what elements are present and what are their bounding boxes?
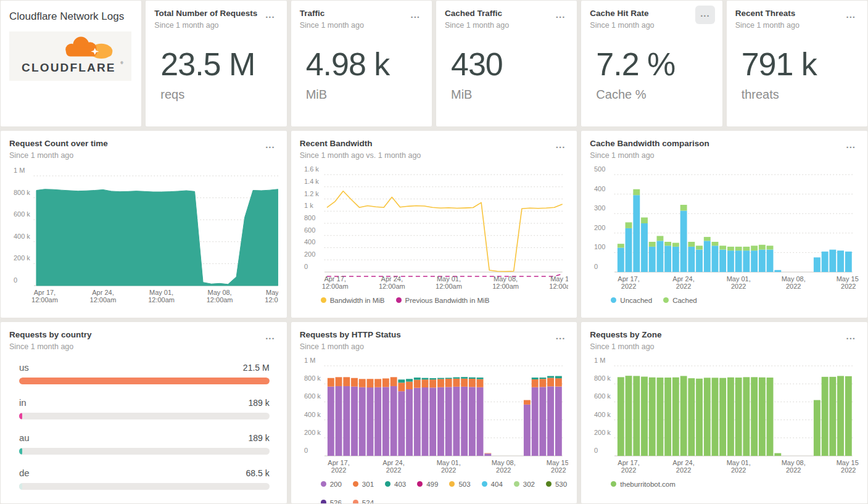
legend-label: Uncached	[620, 297, 652, 304]
stat-subtitle: Since 1 month ago	[735, 21, 800, 30]
legend-label: Previous Bandwidth in MiB	[405, 297, 490, 304]
svg-text:2022: 2022	[496, 466, 511, 473]
svg-text:Apr 17,: Apr 17,	[324, 275, 345, 282]
svg-text:May 15,: May 15,	[546, 458, 568, 466]
svg-text:12:00am: 12:00am	[31, 295, 58, 303]
cloudflare-logo-image: CLOUDFLARE ®	[14, 35, 126, 75]
svg-text:800: 800	[304, 214, 315, 221]
svg-text:May 15,: May 15,	[550, 275, 569, 282]
stat-unit: MiB	[306, 88, 423, 102]
legend-item[interactable]: 301	[353, 481, 374, 488]
legend-item[interactable]: Uncached	[611, 297, 652, 304]
legend-item[interactable]: 499	[417, 481, 438, 488]
chart-card-http-status: Requests by HTTP Status Since 1 month ag…	[291, 321, 578, 504]
legend-item[interactable]: Bandwidth in MiB	[321, 297, 385, 304]
stat-unit: Cache %	[596, 88, 713, 102]
svg-text:Apr 24,: Apr 24,	[673, 275, 695, 282]
svg-text:200 k: 200 k	[14, 254, 30, 262]
svg-text:500: 500	[594, 165, 605, 173]
legend-item[interactable]: 524	[353, 499, 374, 504]
legend-label: 499	[426, 481, 438, 488]
request-count-chart[interactable]: 1 M800 k600 k400 k200 k0Apr 17,12:00amAp…	[9, 166, 278, 307]
ellipsis-menu-icon[interactable]: ...	[695, 6, 715, 24]
svg-text:2022: 2022	[731, 466, 746, 473]
svg-text:2022: 2022	[621, 282, 636, 289]
legend-label: Cached	[672, 297, 697, 304]
stat-subtitle: Since 1 month ago	[300, 21, 364, 30]
http-status-chart[interactable]: 1 M800 k600 k400 k200 k0Apr 17,2022Apr 2…	[300, 356, 569, 477]
stat-unit: threats	[742, 88, 859, 102]
legend-item[interactable]: 403	[385, 481, 406, 488]
legend-dot-icon	[321, 297, 326, 303]
legend-item[interactable]: Previous Bandwidth in MiB	[396, 297, 490, 304]
country-bar-track	[19, 378, 270, 384]
svg-text:200: 200	[304, 250, 315, 258]
legend-dot-icon	[353, 500, 358, 504]
zone-chart[interactable]: 1 M800 k600 k400 k200 k0Apr 17,2022Apr 2…	[590, 356, 859, 477]
dashboard-title: Cloudflare Network Logs	[9, 8, 133, 25]
chart-row-1: Request Count over time Since 1 month ag…	[0, 130, 868, 318]
country-row[interactable]: au189 k	[19, 432, 270, 455]
svg-text:May 08,: May 08,	[208, 288, 232, 295]
legend-item[interactable]: Cached	[663, 297, 697, 304]
cache-bandwidth-chart[interactable]: 5004003002001000Apr 17,2022Apr 24,2022Ma…	[590, 165, 859, 293]
legend-item[interactable]: theburritobot.com	[611, 481, 676, 488]
svg-text:Apr 24,: Apr 24,	[382, 458, 404, 466]
legend-label: 404	[491, 481, 503, 488]
chart-card-zone: Requests by Zone Since 1 month ago ... 1…	[581, 321, 868, 504]
svg-text:400 k: 400 k	[594, 410, 611, 418]
svg-text:12:00am: 12:00am	[90, 295, 117, 303]
ellipsis-menu-icon[interactable]: ...	[553, 329, 569, 345]
ellipsis-menu-icon[interactable]: ...	[262, 138, 278, 154]
stat-title: Cached Traffic	[445, 8, 509, 19]
country-bar-track	[19, 413, 270, 419]
stat-card-cache-hit-rate: Cache Hit Rate Since 1 month ago ... 7.2…	[581, 0, 722, 127]
ellipsis-menu-icon[interactable]: ...	[262, 329, 278, 345]
ellipsis-menu-icon[interactable]: ...	[843, 8, 859, 24]
country-bar-fill	[19, 483, 22, 490]
chart-title: Requests by HTTP Status	[300, 329, 401, 341]
legend-item[interactable]: 503	[449, 481, 470, 488]
chart-subtitle: Since 1 month ago	[590, 342, 661, 351]
legend-item[interactable]: 530	[546, 481, 567, 488]
svg-text:600 k: 600 k	[594, 392, 611, 400]
ellipsis-menu-icon[interactable]: ...	[262, 8, 278, 24]
svg-text:May 08,: May 08,	[782, 275, 806, 282]
svg-text:12:00am: 12:00am	[265, 295, 278, 303]
legend-item[interactable]: 526	[321, 499, 342, 504]
chart-subtitle: Since 1 month ago	[9, 342, 92, 351]
chart-card-cache-bandwidth: Cache Bandwidth comparison Since 1 month…	[581, 130, 868, 318]
chart-row-2: Requests by country Since 1 month ago ..…	[0, 321, 868, 504]
ellipsis-menu-icon[interactable]: ...	[843, 329, 859, 345]
ellipsis-menu-icon[interactable]: ...	[843, 138, 859, 154]
svg-text:2022: 2022	[841, 466, 856, 473]
bandwidth-legend: Bandwidth in MiBPrevious Bandwidth in Mi…	[300, 293, 569, 304]
bandwidth-chart[interactable]: 1.6 k1.4 k1.2 k1 k8006004002000Apr 17,12…	[300, 165, 569, 293]
stat-card-traffic: Traffic Since 1 month ago ... 4.98 k MiB	[291, 0, 432, 127]
logo-card: Cloudflare Network Logs CLOUDFLARE ®	[0, 0, 142, 127]
country-bar-fill	[19, 413, 22, 419]
ellipsis-menu-icon[interactable]: ...	[553, 138, 569, 154]
ellipsis-menu-icon[interactable]: ...	[553, 8, 569, 24]
svg-text:May 01,: May 01,	[149, 288, 173, 295]
legend-item[interactable]: 404	[482, 481, 503, 488]
country-row[interactable]: de68.5 k	[19, 468, 270, 490]
stat-title: Traffic	[300, 8, 364, 19]
country-bar-fill	[19, 448, 22, 455]
stat-value: 7.2 %	[596, 46, 713, 83]
svg-text:0: 0	[14, 276, 17, 283]
chart-subtitle: Since 1 month ago	[590, 151, 709, 160]
legend-dot-icon	[611, 481, 616, 487]
svg-text:May 15,: May 15,	[837, 275, 859, 282]
legend-item[interactable]: 302	[514, 481, 535, 488]
svg-text:2022: 2022	[551, 466, 566, 473]
svg-text:2022: 2022	[441, 466, 456, 473]
svg-text:12:00am: 12:00am	[436, 282, 462, 289]
ellipsis-menu-icon[interactable]: ...	[407, 8, 423, 24]
country-row[interactable]: in189 k	[19, 397, 270, 419]
svg-text:2022: 2022	[331, 466, 345, 473]
svg-text:Apr 17,: Apr 17,	[618, 275, 640, 282]
legend-item[interactable]: 200	[321, 481, 342, 488]
svg-text:400: 400	[594, 184, 605, 192]
country-row[interactable]: us21.5 M	[19, 362, 270, 384]
